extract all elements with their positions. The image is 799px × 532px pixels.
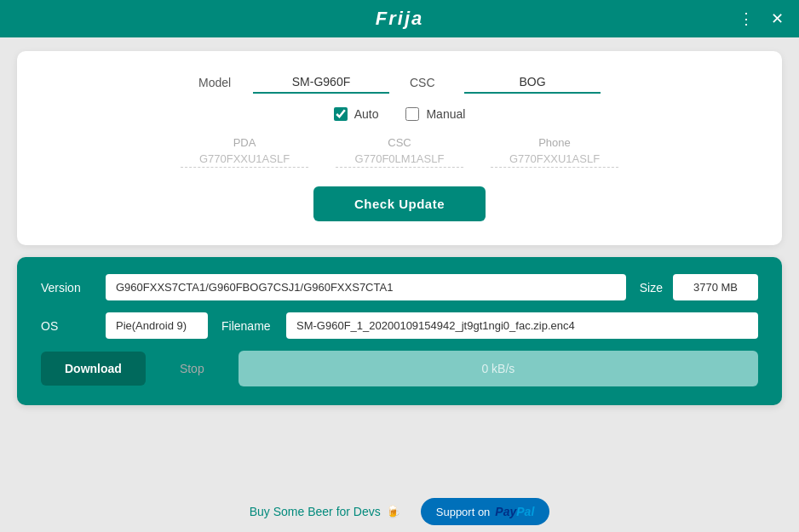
version-size-row: Version Size bbox=[41, 274, 758, 300]
size-label: Size bbox=[640, 281, 663, 295]
close-button[interactable]: ✕ bbox=[765, 7, 789, 31]
app-title: Frija bbox=[376, 8, 423, 30]
os-label: OS bbox=[41, 319, 92, 333]
paypal-support-text: Support on bbox=[436, 506, 491, 518]
model-csc-row: Model CSC bbox=[44, 72, 755, 94]
model-input[interactable] bbox=[253, 72, 389, 94]
manual-checkbox[interactable] bbox=[405, 107, 419, 121]
phone-field: Phone G770FXXU1ASLF bbox=[491, 136, 618, 168]
csc-field: CSC G770F0LM1ASLF bbox=[336, 136, 463, 168]
firmware-fields-row: PDA G770FXXU1ASLF CSC G770F0LM1ASLF Phon… bbox=[44, 136, 755, 168]
csc-input[interactable] bbox=[464, 72, 601, 94]
beer-link[interactable]: Buy Some Beer for Devs 🍺 bbox=[250, 505, 400, 518]
phone-label: Phone bbox=[538, 136, 571, 149]
pda-field: PDA G770FXXU1ASLF bbox=[181, 136, 308, 168]
pda-label: PDA bbox=[233, 136, 256, 149]
manual-label[interactable]: Manual bbox=[426, 107, 465, 121]
beer-emoji: 🍺 bbox=[386, 505, 400, 518]
auto-checkbox-group: Auto bbox=[334, 107, 379, 121]
size-group: Size bbox=[640, 274, 758, 300]
paypal-logo: PayPal bbox=[495, 505, 534, 518]
menu-button[interactable]: ⋮ bbox=[734, 7, 758, 31]
manual-checkbox-group: Manual bbox=[405, 107, 465, 121]
version-label: Version bbox=[41, 281, 92, 295]
footer: Buy Some Beer for Devs 🍺 Support on PayP… bbox=[0, 491, 799, 532]
filename-input[interactable] bbox=[286, 312, 758, 339]
action-row: Download Stop 0 kB/s bbox=[41, 351, 758, 386]
progress-bar: 0 kB/s bbox=[239, 351, 758, 386]
auto-label[interactable]: Auto bbox=[354, 107, 379, 121]
model-label: Model bbox=[198, 76, 233, 89]
os-input[interactable] bbox=[106, 312, 208, 339]
pda-value: G770FXXU1ASLF bbox=[181, 152, 308, 168]
filename-label: Filename bbox=[221, 319, 273, 333]
version-input[interactable] bbox=[106, 274, 626, 300]
progress-text: 0 kB/s bbox=[481, 362, 514, 375]
check-update-button[interactable]: Check Update bbox=[313, 186, 486, 221]
os-filename-row: OS Filename bbox=[41, 312, 758, 339]
csc-label: CSC bbox=[410, 76, 444, 89]
bottom-panel: Version Size OS Filename Download Stop 0… bbox=[17, 257, 782, 405]
auto-checkbox[interactable] bbox=[334, 107, 348, 121]
main-content: Model CSC Auto Manual PDA G770FXXU1ASLF … bbox=[0, 37, 799, 491]
csc-field-label: CSC bbox=[388, 136, 411, 149]
beer-text: Buy Some Beer for Devs bbox=[250, 505, 381, 518]
phone-value: G770FXXU1ASLF bbox=[491, 152, 618, 168]
auto-manual-row: Auto Manual bbox=[44, 107, 755, 121]
title-bar: Frija ⋮ ✕ bbox=[0, 0, 799, 37]
csc-field-value: G770F0LM1ASLF bbox=[336, 152, 463, 168]
paypal-button[interactable]: Support on PayPal bbox=[421, 498, 550, 525]
window-controls: ⋮ ✕ bbox=[734, 7, 789, 31]
size-input[interactable] bbox=[673, 274, 758, 300]
stop-button[interactable]: Stop bbox=[156, 352, 228, 386]
top-panel: Model CSC Auto Manual PDA G770FXXU1ASLF … bbox=[17, 51, 782, 245]
download-button[interactable]: Download bbox=[41, 352, 146, 386]
